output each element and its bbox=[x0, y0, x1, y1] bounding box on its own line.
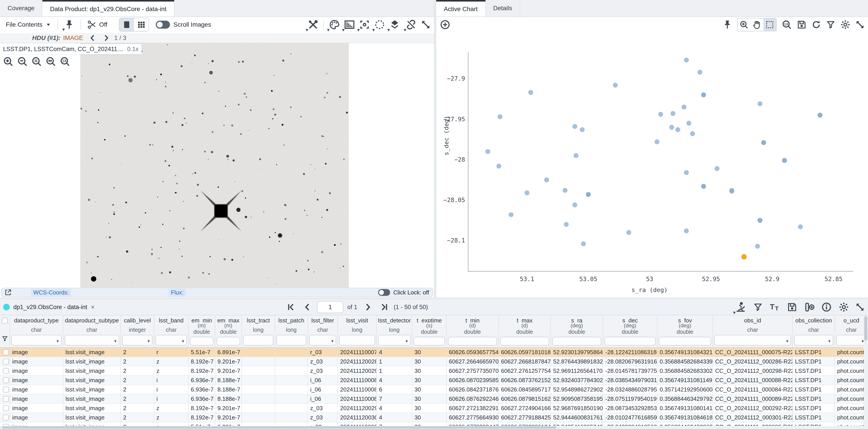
open-in-new-icon[interactable] bbox=[4, 288, 12, 296]
table-row[interactable]: imagelsst.visit_image2r5.51e-76.891e-7r_… bbox=[0, 422, 868, 426]
column-header-lsst_patch[interactable]: lsst_patchlong bbox=[275, 315, 308, 347]
column-filter-input[interactable] bbox=[448, 337, 497, 345]
crop-scissors-icon[interactable] bbox=[87, 20, 97, 30]
row-checkbox[interactable] bbox=[3, 368, 9, 374]
info-icon[interactable] bbox=[821, 302, 832, 313]
zoom-fill-icon[interactable] bbox=[45, 56, 56, 67]
tab-data-product[interactable]: Data Product: dp1_v29.ObsCore - data-int bbox=[42, 0, 175, 17]
column-header-dataproduct_subtype[interactable]: dataproduct_subtypechar▾ bbox=[63, 315, 121, 347]
chart-point[interactable] bbox=[686, 121, 691, 126]
zoom-out-icon[interactable] bbox=[17, 56, 28, 67]
chart-point[interactable] bbox=[563, 188, 567, 193]
column-filter-input[interactable] bbox=[552, 337, 601, 345]
chart-point[interactable] bbox=[626, 230, 631, 235]
chart-point[interactable] bbox=[761, 140, 766, 145]
image-viewer[interactable]: LSST.DP1, LSSTComCam, CC_O_202411… 0.1x … bbox=[0, 43, 434, 288]
column-header-calib_level[interactable]: calib_levelinteger▾ bbox=[121, 315, 154, 347]
chart-point[interactable] bbox=[655, 139, 659, 144]
chart-point[interactable] bbox=[782, 158, 787, 163]
column-header-t_min[interactable]: t_min(d)double bbox=[447, 315, 499, 347]
page-number-input[interactable]: 1 bbox=[317, 301, 343, 313]
row-checkbox[interactable] bbox=[3, 414, 9, 421]
column-filter-input[interactable] bbox=[604, 337, 656, 345]
restore-chart-icon[interactable] bbox=[811, 20, 822, 30]
table-row[interactable]: imagelsst.visit_image2z8.192e-79.201e-7z… bbox=[0, 413, 868, 422]
column-header-lsst_band[interactable]: lsst_bandchar▾ bbox=[154, 315, 189, 347]
table-row[interactable]: imagelsst.visit_image2i6.936e-78.188e-7i… bbox=[0, 394, 868, 404]
chart-point[interactable] bbox=[669, 125, 674, 130]
column-filter-input[interactable] bbox=[217, 337, 240, 345]
column-header-o_ucd[interactable]: o_ucdchar▾ bbox=[835, 315, 868, 347]
column-header-obs_id[interactable]: obs_idchar▾ bbox=[713, 315, 793, 347]
chevron-down-icon[interactable] bbox=[45, 22, 51, 28]
column-header-lsst_detector[interactable]: lsst_detectorlong▾ bbox=[377, 315, 412, 347]
chart-point[interactable] bbox=[698, 70, 702, 75]
chart-point[interactable] bbox=[684, 170, 689, 175]
grid-view-button[interactable] bbox=[134, 18, 149, 31]
table-row[interactable]: imagelsst.visit_image2z8.192e-79.201e-7z… bbox=[0, 366, 868, 376]
column-filter-input[interactable] bbox=[413, 337, 445, 345]
chart-point[interactable] bbox=[564, 222, 569, 227]
save-chart-icon[interactable] bbox=[797, 20, 807, 30]
unlink-icon[interactable] bbox=[406, 19, 417, 30]
row-checkbox[interactable] bbox=[3, 396, 9, 402]
column-header-dataproduct_type[interactable]: dataproduct_typechar▾ bbox=[10, 315, 63, 347]
chart-point[interactable] bbox=[586, 192, 591, 197]
scatter-chart[interactable]: 53.153.055352.9552.952.85−27.9−27.95−28−… bbox=[436, 32, 868, 297]
column-filter-input[interactable]: ▾ bbox=[794, 335, 833, 345]
add-column-icon[interactable] bbox=[804, 301, 815, 313]
hdu-prev-icon[interactable] bbox=[89, 34, 96, 42]
zoom-in-icon[interactable] bbox=[3, 56, 14, 67]
filter-icon[interactable] bbox=[753, 302, 763, 312]
column-header-t_exptime[interactable]: t_exptime(s)double bbox=[412, 315, 447, 347]
page-first-icon[interactable] bbox=[286, 303, 295, 312]
zoom-fit-icon[interactable] bbox=[31, 56, 42, 67]
chart-point[interactable] bbox=[690, 131, 695, 136]
chart-point[interactable] bbox=[729, 189, 734, 194]
row-checkbox[interactable] bbox=[3, 349, 9, 355]
page-last-icon[interactable] bbox=[380, 303, 389, 312]
chart-point[interactable] bbox=[508, 212, 514, 217]
column-header-lsst_tract[interactable]: lsst_tractlong bbox=[242, 315, 275, 347]
table-tab-label[interactable]: dp1_v29.ObsCore - data-int bbox=[13, 304, 87, 311]
column-filter-input[interactable]: ▾ bbox=[309, 335, 336, 345]
column-filter-input[interactable] bbox=[339, 335, 375, 345]
table-row[interactable]: imagelsst.visit_image2z8.192e-79.201e-7z… bbox=[0, 404, 868, 413]
fits-star-field-image[interactable] bbox=[80, 43, 349, 288]
column-header-em_max[interactable]: em_max(m)double bbox=[215, 315, 242, 347]
tab-active-chart[interactable]: Active Chart bbox=[436, 0, 486, 17]
column-filter-input[interactable] bbox=[500, 337, 549, 345]
chart-point[interactable] bbox=[498, 114, 502, 119]
zoom-1x-icon[interactable]: 1X bbox=[59, 56, 70, 67]
chart-point[interactable] bbox=[580, 127, 585, 132]
column-filter-input[interactable]: ▾ bbox=[122, 335, 152, 345]
chart-point[interactable] bbox=[682, 105, 686, 110]
column-filter-input[interactable]: ▾ bbox=[65, 335, 119, 345]
tab-coverage[interactable]: Coverage bbox=[0, 0, 42, 17]
expand-icon[interactable] bbox=[421, 20, 431, 30]
chart-point[interactable] bbox=[818, 113, 823, 117]
row-checkbox[interactable] bbox=[3, 405, 9, 411]
chart-select-mode-button[interactable] bbox=[763, 19, 776, 31]
histogram-stretch-icon[interactable] bbox=[344, 19, 355, 30]
chart-point[interactable] bbox=[701, 184, 706, 189]
layers-icon[interactable] bbox=[389, 19, 400, 30]
search-icon[interactable] bbox=[735, 301, 746, 313]
page-next-icon[interactable] bbox=[364, 303, 372, 312]
column-filter-input[interactable]: ▾ bbox=[836, 335, 866, 345]
column-header-lsst_filter[interactable]: lsst_filterchar▾ bbox=[308, 315, 338, 347]
chart-point[interactable] bbox=[485, 149, 490, 154]
chart-point[interactable] bbox=[757, 101, 763, 106]
column-header-s_ra[interactable]: s_ra(deg)double bbox=[551, 315, 603, 347]
chart-point[interactable] bbox=[671, 111, 675, 116]
chart-zoom-mode-button[interactable] bbox=[738, 19, 750, 31]
color-palette-icon[interactable] bbox=[329, 19, 340, 30]
chart-point[interactable] bbox=[572, 124, 577, 129]
row-checkbox[interactable] bbox=[3, 424, 9, 426]
select-all-checkbox[interactable] bbox=[2, 317, 8, 323]
chart-point[interactable] bbox=[684, 228, 689, 233]
tools-icon[interactable] bbox=[308, 19, 319, 30]
hdu-next-icon[interactable] bbox=[102, 34, 110, 42]
chart-point[interactable] bbox=[755, 244, 760, 249]
chart-point[interactable] bbox=[544, 177, 549, 182]
